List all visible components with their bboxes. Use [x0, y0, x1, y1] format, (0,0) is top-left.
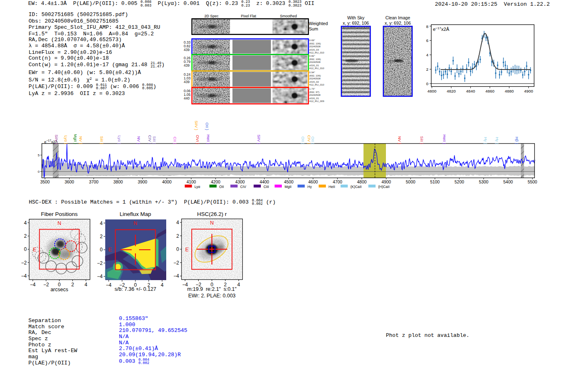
- svg-text:4: 4: [426, 53, 429, 57]
- svg-text:2D Spec: 2D Spec: [204, 14, 219, 18]
- svg-text:(K)CaII: (K)CaII: [351, 185, 362, 189]
- svg-text:440: 440: [183, 96, 190, 100]
- svg-text:CII }: CII }: [173, 137, 177, 144]
- svg-text:(692, 106): (692, 106): [309, 74, 321, 77]
- svg-text:439: 439: [183, 48, 190, 52]
- svg-text:4300: 4300: [235, 180, 245, 184]
- svg-text:x, y: 692, 106: x, y: 692, 106: [343, 21, 369, 26]
- svg-text:x, y: 692, 106: x, y: 692, 106: [385, 21, 411, 26]
- svg-text:OII }: OII }: [311, 137, 315, 144]
- svg-text:(H)CaII: (H)CaII: [378, 185, 390, 189]
- svg-text:v016_03: v016_03: [309, 48, 319, 51]
- svg-text:3900: 3900: [138, 180, 147, 184]
- svg-text:MgII: MgII: [285, 185, 292, 189]
- svg-text:SiII }: SiII }: [152, 136, 157, 145]
- svg-text:3700: 3700: [89, 180, 98, 184]
- svg-text:HeII: HeII: [329, 185, 335, 189]
- svg-text:5100: 5100: [430, 180, 440, 184]
- svg-text:6: 6: [426, 38, 429, 43]
- svg-text:OII }: OII }: [205, 123, 209, 130]
- svg-text:Sum: Sum: [309, 26, 318, 31]
- svg-text:4: 4: [161, 282, 164, 288]
- svg-text:OII: OII: [219, 185, 224, 189]
- svg-text:8: 8: [426, 24, 429, 29]
- svg-text:20240508: 20240508: [309, 77, 321, 80]
- svg-text:0.82": 0.82": [309, 54, 315, 57]
- svg-text:E: E: [185, 247, 188, 253]
- svg-text:0: 0: [177, 246, 179, 252]
- svg-text:CIV: CIV: [240, 185, 246, 189]
- svg-text:5: 5: [38, 153, 40, 157]
- svg-text:Weighted: Weighted: [309, 21, 328, 26]
- svg-text:412_RU_010: 412_RU_010: [309, 51, 325, 54]
- svg-text:Clean Image: Clean Image: [386, 15, 410, 20]
- svg-text:Lineflux Map: Lineflux Map: [120, 211, 151, 217]
- svg-text:E: E: [33, 247, 36, 253]
- svg-text:s/b: 7.36 +/- 0.127: s/b: 7.36 +/- 0.127: [115, 286, 156, 292]
- svg-text:−2: −2: [21, 260, 27, 266]
- svg-text:0.69": 0.69": [309, 39, 315, 42]
- svg-text:Lyα: Lyα: [195, 185, 200, 189]
- svg-text:CIV }: CIV }: [148, 135, 152, 145]
- svg-text:EWr: 2. PLAE: 0.003: EWr: 2. PLAE: 0.003: [188, 293, 235, 299]
- svg-text:E: E: [109, 247, 112, 253]
- svg-text:v016_01: v016_01: [309, 64, 319, 67]
- svg-text:4: 4: [24, 220, 27, 226]
- svg-text:4000: 4000: [162, 180, 172, 184]
- svg-text:4600: 4600: [308, 180, 318, 184]
- svg-text:439: 439: [183, 80, 190, 84]
- svg-text:HeII }: HeII }: [206, 135, 211, 144]
- svg-text:SiIV }: SiIV }: [257, 135, 261, 144]
- svg-text:CIII: CIII: [263, 185, 269, 189]
- svg-text:2: 2: [100, 234, 103, 239]
- svg-text:4: 4: [100, 220, 103, 226]
- svg-text:Hγ }: Hγ }: [483, 137, 488, 144]
- svg-text:MgII }: MgII }: [73, 134, 78, 144]
- svg-text:v016_01: v016_01: [309, 97, 319, 100]
- svg-text:412_RU_009: 412_RU_009: [309, 100, 325, 102]
- svg-text:5000: 5000: [406, 180, 415, 184]
- svg-text:412_RU_010: 412_RU_010: [309, 83, 325, 86]
- svg-text:0: 0: [24, 246, 27, 252]
- svg-text:0: 0: [100, 247, 103, 253]
- svg-text:4: 4: [237, 282, 240, 288]
- svg-text:arcsecs: arcsecs: [51, 287, 68, 292]
- svg-text:2: 2: [177, 233, 179, 239]
- svg-text:20240508: 20240508: [309, 45, 321, 48]
- svg-text:−2: −2: [97, 260, 103, 266]
- svg-text:e−17x2Å: e−17x2Å: [433, 26, 449, 32]
- svg-text:(692, 106): (692, 106): [309, 58, 321, 60]
- svg-text:HSC(26.2) r: HSC(26.2) r: [197, 211, 227, 217]
- svg-text:0.94": 0.94": [309, 71, 315, 74]
- svg-text:Smoothed: Smoothed: [280, 14, 297, 18]
- svg-text:4400: 4400: [260, 180, 269, 184]
- svg-text:5300: 5300: [479, 180, 488, 184]
- svg-text:−4: −4: [174, 273, 179, 279]
- svg-text:3500: 3500: [40, 180, 50, 184]
- svg-text:N: N: [58, 220, 61, 226]
- svg-text:4840: 4840: [466, 89, 475, 93]
- svg-text:4: 4: [177, 220, 179, 225]
- svg-text:v016_02: v016_02: [309, 80, 319, 83]
- svg-text:Lyα }: Lyα }: [117, 135, 122, 144]
- svg-text:4820: 4820: [447, 89, 456, 93]
- svg-text:Pixel Flat: Pixel Flat: [241, 14, 256, 18]
- svg-text:NV }: NV }: [137, 136, 141, 144]
- svg-text:NV }: NV }: [79, 136, 83, 144]
- svg-text:Hβ }: Hβ }: [515, 137, 519, 144]
- svg-text:0: 0: [426, 81, 429, 86]
- svg-text:NV }: NV }: [397, 136, 402, 144]
- svg-text:5500: 5500: [528, 180, 537, 184]
- svg-text:4700: 4700: [333, 180, 342, 184]
- svg-text:SiIV }: SiIV }: [194, 121, 199, 130]
- svg-text:−4: −4: [97, 274, 103, 279]
- svg-text:4800: 4800: [427, 89, 437, 93]
- svg-text:m:19.9 re:2.1" s:0.1": m:19.9 re:2.1" s:0.1": [187, 286, 237, 292]
- svg-text:(692, 97): (692, 97): [309, 90, 320, 93]
- svg-text:1.73": 1.73": [309, 87, 315, 90]
- svg-text:3600: 3600: [65, 180, 74, 184]
- svg-text:4900: 4900: [524, 89, 533, 93]
- svg-text:4800: 4800: [357, 180, 367, 184]
- svg-text:SiII }: SiII }: [100, 136, 104, 145]
- svg-text:4: 4: [84, 282, 87, 288]
